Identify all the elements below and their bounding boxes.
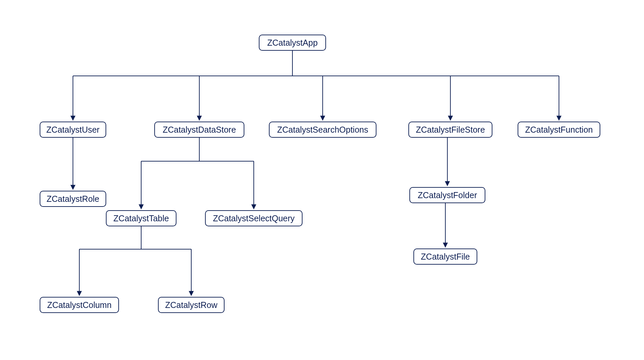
node-zcatalyst-user: ZCatalystUser — [40, 122, 106, 138]
node-label: ZCatalystTable — [113, 214, 169, 223]
node-zcatalyst-file: ZCatalystFile — [413, 249, 477, 265]
node-label: ZCatalystRole — [47, 194, 99, 204]
node-zcatalyst-search-options: ZCatalystSearchOptions — [269, 122, 376, 138]
node-label: ZCatalystFile — [421, 252, 470, 262]
node-label: ZCatalystSearchOptions — [277, 125, 368, 135]
node-zcatalyst-app: ZCatalystApp — [259, 35, 326, 51]
node-zcatalyst-row: ZCatalystRow — [158, 297, 225, 313]
node-zcatalyst-function: ZCatalystFunction — [518, 122, 600, 138]
node-label: ZCatalystColumn — [47, 300, 112, 310]
node-label: ZCatalystFileStore — [416, 125, 485, 135]
node-zcatalyst-role: ZCatalystRole — [40, 191, 106, 207]
node-label: ZCatalystDataStore — [163, 125, 236, 135]
node-label: ZCatalystSelectQuery — [213, 214, 294, 223]
node-zcatalyst-filestore: ZCatalystFileStore — [408, 122, 492, 138]
node-zcatalyst-folder: ZCatalystFolder — [409, 187, 485, 203]
node-zcatalyst-table: ZCatalystTable — [106, 210, 176, 226]
node-zcatalyst-datastore: ZCatalystDataStore — [154, 122, 244, 138]
node-zcatalyst-select-query: ZCatalystSelectQuery — [205, 210, 303, 226]
node-zcatalyst-column: ZCatalystColumn — [40, 297, 119, 313]
node-label: ZCatalystFunction — [525, 125, 593, 135]
node-label: ZCatalystUser — [46, 125, 99, 135]
node-label: ZCatalystFolder — [418, 190, 477, 200]
node-label: ZCatalystApp — [267, 38, 318, 48]
node-label: ZCatalystRow — [165, 300, 217, 310]
